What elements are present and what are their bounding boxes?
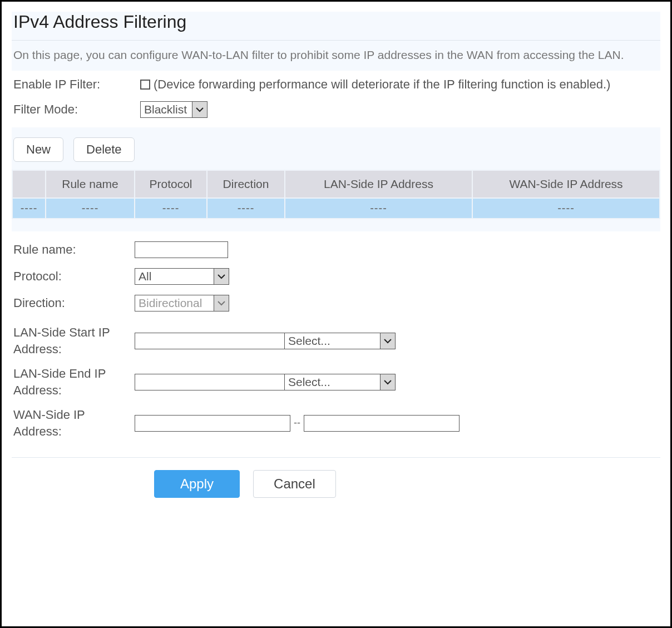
checkbox-enable-ip-filter[interactable] [140, 80, 150, 90]
select-filter-mode[interactable]: Blacklist [140, 101, 207, 118]
col-lan-ip: LAN-Side IP Address [285, 170, 472, 198]
input-lan-end-ip[interactable] [135, 374, 285, 390]
select-lan-end-ip-value: Select... [285, 374, 380, 390]
chevron-down-icon [214, 295, 229, 311]
table-header-row: Rule name Protocol Direction LAN-Side IP… [12, 170, 660, 198]
cell-select: ---- [12, 198, 46, 219]
page-description: On this page, you can configure WAN-to-L… [12, 41, 660, 71]
cell-wan-ip: ---- [472, 198, 660, 219]
chevron-down-icon [380, 333, 395, 349]
chevron-down-icon [214, 269, 229, 284]
chevron-down-icon [380, 374, 395, 390]
input-rule-name[interactable] [135, 241, 228, 258]
label-rule-name: Rule name: [13, 241, 135, 258]
select-filter-mode-value: Blacklist [141, 102, 192, 117]
actions-bar: Apply Cancel [12, 457, 660, 498]
cell-protocol: ---- [135, 198, 207, 219]
rules-table: Rule name Protocol Direction LAN-Side IP… [12, 170, 660, 219]
cell-direction: ---- [207, 198, 285, 219]
delete-button[interactable]: Delete [73, 137, 135, 162]
label-wan-ip: WAN-Side IP Address: [13, 407, 135, 439]
select-lan-start-ip-value: Select... [285, 333, 380, 349]
input-wan-end-ip[interactable] [304, 415, 459, 432]
apply-button[interactable]: Apply [154, 470, 240, 498]
col-direction: Direction [207, 170, 285, 198]
note-enable-ip-filter: (Device forwarding performance will dete… [154, 76, 610, 93]
chevron-down-icon [192, 102, 207, 117]
cell-lan-ip: ---- [285, 198, 472, 219]
cell-rule-name: ---- [46, 198, 135, 219]
select-lan-start-ip[interactable]: Select... [284, 333, 396, 349]
input-wan-start-ip[interactable] [135, 415, 290, 432]
col-wan-ip: WAN-Side IP Address [472, 170, 660, 198]
col-protocol: Protocol [135, 170, 207, 198]
select-direction-value: Bidirectional [135, 295, 214, 311]
input-lan-start-ip[interactable] [135, 333, 285, 349]
select-direction[interactable]: Bidirectional [135, 295, 229, 311]
select-protocol-value: All [135, 269, 214, 284]
label-enable-ip-filter: Enable IP Filter: [13, 76, 140, 92]
label-lan-start-ip: LAN-Side Start IP Address: [13, 324, 135, 357]
label-protocol: Protocol: [13, 268, 135, 285]
col-rule-name: Rule name [46, 170, 135, 198]
col-select [12, 170, 46, 198]
label-lan-end-ip: LAN-Side End IP Address: [13, 365, 135, 398]
table-row[interactable]: ---- ---- ---- ---- ---- ---- [12, 198, 660, 219]
label-filter-mode: Filter Mode: [13, 101, 140, 117]
new-button[interactable]: New [13, 137, 63, 162]
label-direction: Direction: [13, 295, 135, 311]
select-protocol[interactable]: All [135, 268, 229, 285]
wan-range-separator: -- [290, 417, 304, 429]
page-title: IPv4 Address Filtering [13, 12, 660, 32]
select-lan-end-ip[interactable]: Select... [284, 374, 396, 390]
cancel-button[interactable]: Cancel [253, 470, 336, 498]
